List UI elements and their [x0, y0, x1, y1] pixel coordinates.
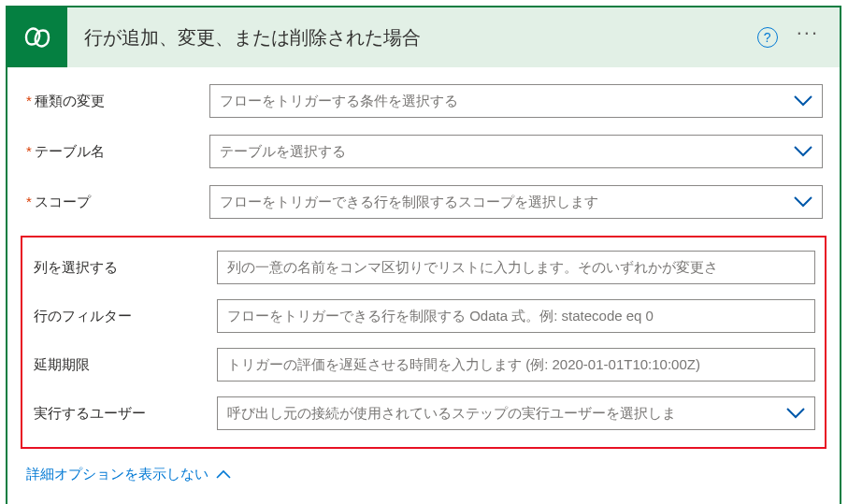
- row-run-as: 実行するユーザー 呼び出し元の接続が使用されているステップの実行ユーザーを選択し…: [26, 396, 821, 430]
- input-filter-rows[interactable]: フローをトリガーできる行を制限する Odata 式。例: statecode e…: [217, 299, 815, 333]
- label-filter-rows: 行のフィルター: [32, 308, 217, 325]
- chevron-up-icon: [216, 469, 231, 481]
- card-header: 行が追加、変更、または削除された場合 ? ···: [7, 7, 840, 67]
- row-table-name: *テーブル名 テーブルを選択する: [19, 135, 828, 168]
- placeholder-change-type: フローをトリガーする条件を選択する: [220, 93, 788, 110]
- input-delay-until[interactable]: トリガーの評価を遅延させる時間を入力します (例: 2020-01-01T10:…: [217, 348, 815, 382]
- placeholder-select-columns: 列の一意の名前をコンマ区切りでリストに入力します。そのいずれかが変更さ: [227, 259, 805, 277]
- input-select-columns[interactable]: 列の一意の名前をコンマ区切りでリストに入力します。そのいずれかが変更さ: [217, 251, 815, 284]
- label-change-type: *種類の変更: [24, 93, 209, 110]
- toggle-advanced-options[interactable]: 詳細オプションを表示しない: [19, 466, 828, 493]
- chevron-down-icon: [794, 195, 812, 209]
- form-body: *種類の変更 フローをトリガーする条件を選択する *テーブル名 テーブルを選択す…: [7, 67, 840, 504]
- header-actions: ? ···: [757, 27, 840, 48]
- placeholder-filter-rows: フローをトリガーできる行を制限する Odata 式。例: statecode e…: [227, 308, 805, 325]
- select-run-as[interactable]: 呼び出し元の接続が使用されているステップの実行ユーザーを選択しま: [217, 396, 815, 430]
- row-change-type: *種類の変更 フローをトリガーする条件を選択する: [19, 84, 828, 118]
- select-table-name[interactable]: テーブルを選択する: [209, 135, 823, 168]
- trigger-card: 行が追加、変更、または削除された場合 ? ··· *種類の変更 フローをトリガー…: [6, 6, 841, 504]
- placeholder-scope: フローをトリガーできる行を制限するスコープを選択します: [220, 194, 788, 211]
- required-asterisk: *: [26, 194, 32, 209]
- toggle-label: 詳細オプションを表示しない: [26, 466, 208, 483]
- placeholder-run-as: 呼び出し元の接続が使用されているステップの実行ユーザーを選択しま: [227, 405, 781, 423]
- dataverse-icon: [21, 21, 54, 54]
- row-filter-rows: 行のフィルター フローをトリガーできる行を制限する Odata 式。例: sta…: [26, 299, 821, 333]
- dataverse-icon-box: [7, 7, 67, 67]
- select-change-type[interactable]: フローをトリガーする条件を選択する: [209, 84, 823, 118]
- row-delay-until: 延期期限 トリガーの評価を遅延させる時間を入力します (例: 2020-01-0…: [26, 348, 821, 382]
- label-run-as: 実行するユーザー: [32, 405, 217, 423]
- label-select-columns: 列を選択する: [32, 259, 217, 277]
- select-scope[interactable]: フローをトリガーできる行を制限するスコープを選択します: [209, 185, 823, 219]
- chevron-down-icon: [794, 145, 812, 158]
- required-asterisk: *: [26, 143, 32, 159]
- help-icon[interactable]: ?: [757, 27, 778, 48]
- label-scope: *スコープ: [24, 194, 209, 211]
- advanced-highlight-box: 列を選択する 列の一意の名前をコンマ区切りでリストに入力します。そのいずれかが変…: [21, 236, 826, 449]
- label-delay-until: 延期期限: [32, 356, 217, 374]
- more-options-icon[interactable]: ···: [797, 29, 819, 46]
- chevron-down-icon: [786, 407, 805, 420]
- chevron-down-icon: [794, 94, 812, 108]
- row-select-columns: 列を選択する 列の一意の名前をコンマ区切りでリストに入力します。そのいずれかが変…: [26, 251, 821, 284]
- placeholder-delay-until: トリガーの評価を遅延させる時間を入力します (例: 2020-01-01T10:…: [227, 356, 805, 374]
- card-title: 行が追加、変更、または削除された場合: [67, 25, 757, 50]
- row-scope: *スコープ フローをトリガーできる行を制限するスコープを選択します: [19, 185, 828, 219]
- placeholder-table-name: テーブルを選択する: [220, 143, 788, 161]
- required-asterisk: *: [26, 93, 32, 108]
- label-table-name: *テーブル名: [24, 143, 209, 161]
